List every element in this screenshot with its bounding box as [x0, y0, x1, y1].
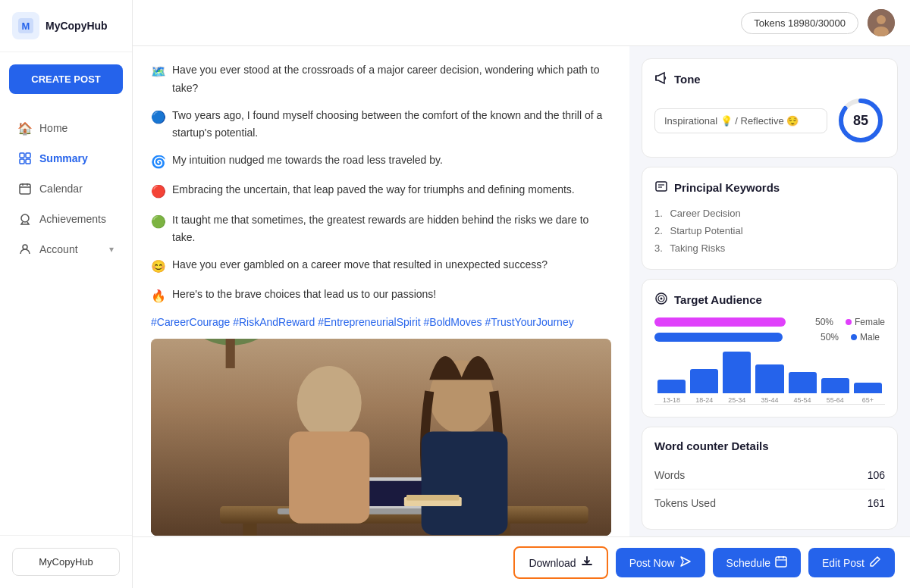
wc-words-row: Words 106	[654, 461, 885, 489]
svg-rect-5	[26, 159, 30, 164]
send-icon	[679, 555, 692, 570]
sidebar-item-home-label: Home	[39, 122, 67, 134]
age-bar-13-18	[657, 380, 686, 393]
sidebar-item-calendar[interactable]: Calendar	[6, 174, 126, 203]
age-label-65+: 65+	[862, 396, 874, 404]
age-bar-35-44	[755, 364, 783, 393]
sidebar-item-summary-label: Summary	[39, 152, 88, 164]
body-layout: 🗺️ Have you ever stood at the crossroads…	[133, 46, 910, 536]
keyword-item-3[interactable]: 3. Taking Risks	[654, 239, 885, 257]
age-col-35-44: 35-44	[755, 364, 783, 404]
schedule-button[interactable]: Schedule	[713, 548, 801, 577]
audience-header: Target Audience	[654, 292, 885, 308]
keyword-num-3: 3.	[654, 242, 663, 254]
post-line-1-text: Have you ever stood at the crossroads of…	[172, 61, 611, 98]
age-col-13-18: 13-18	[657, 380, 686, 404]
age-bar-18-24	[690, 369, 718, 393]
male-row: 50% Male	[654, 332, 885, 342]
age-col-45-54: 45-54	[789, 372, 817, 404]
age-label-13-18: 13-18	[663, 396, 680, 404]
keyword-item-1[interactable]: 1. Career Decision	[654, 205, 885, 222]
emoji-7: 🔥	[151, 286, 166, 306]
download-label: Download	[529, 557, 576, 569]
logo-area: M MyCopyHub	[0, 0, 132, 52]
schedule-label: Schedule	[726, 557, 770, 569]
post-section: 🗺️ Have you ever stood at the crossroads…	[133, 46, 629, 536]
post-line-2: 🔵 Two years ago, I found myself choosing…	[151, 107, 611, 143]
logo-icon: M	[12, 12, 39, 39]
wc-tokens-row: Tokens Used 161	[654, 489, 885, 517]
home-icon: 🏠	[18, 121, 32, 135]
summary-icon	[18, 152, 32, 165]
svg-rect-2	[20, 153, 24, 158]
female-dot	[846, 319, 852, 325]
male-dot	[851, 334, 857, 340]
achievements-icon	[18, 212, 32, 226]
keyword-item-2[interactable]: 2. Startup Potential	[654, 222, 885, 239]
wc-tokens-label: Tokens Used	[654, 497, 716, 509]
sidebar-item-achievements[interactable]: Achievements	[6, 205, 126, 233]
age-label-18-24: 18-24	[695, 396, 713, 404]
keywords-label: Principal Keywords	[674, 181, 780, 194]
keyword-label-1: Career Decision	[670, 208, 740, 219]
post-line-6-text: Have you ever gambled on a career move t…	[172, 256, 548, 274]
post-now-button[interactable]: Post Now	[616, 548, 705, 577]
bottom-toolbar: Download Post Now Schedule	[133, 536, 910, 588]
age-label-45-54: 45-54	[794, 396, 811, 404]
download-button[interactable]: Download	[513, 546, 607, 579]
main-layout: Tokens 18980/30000 🗺️ Have you ever stoo…	[133, 0, 910, 588]
tone-card: Tone Inspirational 💡 / Reflective 😌 85	[642, 58, 898, 158]
target-icon	[654, 292, 668, 308]
tone-row: Inspirational 💡 / Reflective 😌 85	[654, 96, 885, 145]
male-label: Male	[851, 332, 885, 342]
age-col-65+: 65+	[854, 383, 882, 404]
sidebar-item-summary[interactable]: Summary	[6, 144, 126, 173]
sidebar-item-account-label: Account	[39, 243, 78, 255]
sidebar-item-account[interactable]: Account ▾	[6, 235, 126, 264]
svg-point-10	[21, 214, 29, 222]
post-line-4: 🔴 Embracing the uncertain, that leap pav…	[151, 181, 611, 202]
svg-rect-18	[226, 339, 235, 368]
wc-words-label: Words	[654, 469, 685, 481]
svg-text:M: M	[22, 20, 30, 32]
sidebar-item-home[interactable]: 🏠 Home	[6, 114, 126, 142]
post-line-7: 🔥 Here's to the brave choices that lead …	[151, 286, 611, 306]
emoji-6: 😊	[151, 256, 166, 277]
tone-header: Tone	[654, 71, 885, 87]
post-line-1: 🗺️ Have you ever stood at the crossroads…	[151, 61, 611, 98]
create-post-button[interactable]: CREATE POST	[9, 64, 123, 94]
age-col-25-34: 25-34	[723, 352, 751, 404]
female-row: 50% Female	[654, 317, 885, 327]
male-pct: 50%	[821, 332, 845, 342]
age-label-25-34: 25-34	[728, 396, 745, 404]
svg-point-39	[661, 298, 663, 300]
wc-tokens-value: 161	[868, 497, 885, 509]
megaphone-icon	[654, 71, 668, 87]
emoji-5: 🟢	[151, 211, 166, 232]
svg-rect-34	[656, 182, 667, 191]
emoji-3: 🌀	[151, 152, 166, 172]
age-bar-25-34	[723, 352, 751, 393]
age-chart: 13-1818-2425-3435-4445-5455-6465+	[654, 352, 885, 405]
target-audience-card: Target Audience 50% Female	[642, 279, 898, 418]
wc-words-value: 106	[868, 469, 885, 481]
right-panel: Tone Inspirational 💡 / Reflective 😌 85	[629, 46, 910, 536]
keyword-label-3: Taking Risks	[670, 242, 725, 254]
calendar-icon	[18, 182, 32, 195]
download-icon	[581, 555, 593, 570]
score-number: 85	[853, 113, 868, 129]
emoji-1: 🗺️	[151, 61, 166, 82]
avatar	[868, 9, 895, 36]
brand-button[interactable]: MyCopyHub	[12, 548, 120, 576]
post-scroll-area: 🗺️ Have you ever stood at the crossroads…	[133, 46, 629, 536]
keywords-icon	[654, 180, 668, 195]
gender-bars: 50% Female 50% Male	[654, 317, 885, 342]
female-bar-container	[654, 317, 809, 327]
post-content: 🗺️ Have you ever stood at the crossroads…	[151, 61, 611, 307]
edit-post-button[interactable]: Edit Post	[808, 548, 895, 577]
post-line-3: 🌀 My intuition nudged me towards the roa…	[151, 152, 611, 172]
post-line-7-text: Here's to the brave choices that lead us…	[172, 286, 436, 304]
tone-label: Tone	[674, 73, 701, 86]
female-pct: 50%	[815, 317, 839, 327]
age-col-55-64: 55-64	[821, 378, 849, 404]
